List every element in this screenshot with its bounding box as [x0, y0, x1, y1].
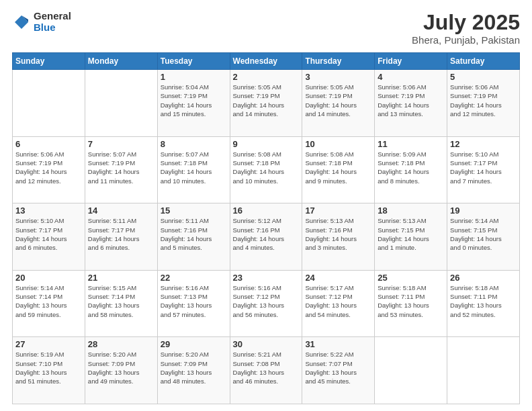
calendar-cell: 14Sunrise: 5:11 AM Sunset: 7:17 PM Dayli… [85, 203, 157, 271]
calendar-cell: 26Sunrise: 5:18 AM Sunset: 7:11 PM Dayli… [447, 270, 520, 337]
day-info: Sunrise: 5:18 AM Sunset: 7:11 PM Dayligh… [378, 283, 444, 319]
day-number: 12 [450, 139, 517, 149]
day-info: Sunrise: 5:08 AM Sunset: 7:18 PM Dayligh… [305, 150, 371, 185]
day-number: 17 [305, 205, 371, 216]
day-number: 4 [378, 72, 444, 82]
title-block: July 2025 Bhera, Punjab, Pakistan [412, 11, 520, 46]
day-number: 26 [450, 273, 517, 283]
calendar-cell: 17Sunrise: 5:13 AM Sunset: 7:16 PM Dayli… [302, 203, 375, 271]
day-info: Sunrise: 5:07 AM Sunset: 7:19 PM Dayligh… [88, 150, 154, 185]
calendar-cell: 25Sunrise: 5:18 AM Sunset: 7:11 PM Dayli… [375, 270, 447, 337]
day-number: 11 [378, 139, 444, 149]
day-number: 16 [233, 205, 300, 216]
day-number: 6 [15, 139, 82, 149]
day-info: Sunrise: 5:18 AM Sunset: 7:11 PM Dayligh… [450, 283, 517, 319]
header-thursday: Thursday [302, 53, 375, 70]
header-sunday: Sunday [13, 53, 85, 70]
calendar-cell: 4Sunrise: 5:06 AM Sunset: 7:19 PM Daylig… [375, 70, 447, 137]
day-number: 14 [88, 205, 154, 216]
day-info: Sunrise: 5:05 AM Sunset: 7:19 PM Dayligh… [233, 83, 300, 118]
day-number: 27 [15, 339, 82, 349]
day-number: 9 [233, 139, 300, 149]
calendar-cell: 18Sunrise: 5:13 AM Sunset: 7:15 PM Dayli… [375, 203, 447, 271]
calendar-cell [375, 337, 447, 404]
header-saturday: Saturday [447, 53, 520, 70]
day-number: 5 [450, 72, 517, 82]
calendar-cell [447, 337, 520, 404]
day-info: Sunrise: 5:08 AM Sunset: 7:18 PM Dayligh… [233, 150, 300, 185]
day-info: Sunrise: 5:13 AM Sunset: 7:15 PM Dayligh… [378, 216, 444, 252]
calendar-cell: 1Sunrise: 5:04 AM Sunset: 7:19 PM Daylig… [157, 70, 230, 137]
day-info: Sunrise: 5:19 AM Sunset: 7:10 PM Dayligh… [15, 350, 82, 385]
day-info: Sunrise: 5:05 AM Sunset: 7:19 PM Dayligh… [305, 83, 371, 118]
day-number: 10 [305, 139, 371, 149]
day-info: Sunrise: 5:12 AM Sunset: 7:16 PM Dayligh… [233, 216, 300, 252]
day-number: 7 [88, 139, 154, 149]
calendar-week-1: 1Sunrise: 5:04 AM Sunset: 7:19 PM Daylig… [13, 70, 520, 137]
calendar-cell: 3Sunrise: 5:05 AM Sunset: 7:19 PM Daylig… [302, 70, 375, 137]
calendar-cell: 7Sunrise: 5:07 AM Sunset: 7:19 PM Daylig… [85, 136, 157, 203]
calendar-cell: 11Sunrise: 5:09 AM Sunset: 7:18 PM Dayli… [375, 136, 447, 203]
calendar-cell: 6Sunrise: 5:06 AM Sunset: 7:19 PM Daylig… [13, 136, 85, 203]
day-number: 25 [378, 273, 444, 283]
calendar-week-5: 27Sunrise: 5:19 AM Sunset: 7:10 PM Dayli… [13, 337, 520, 404]
day-number: 31 [305, 339, 371, 349]
day-number: 1 [161, 72, 227, 82]
header-monday: Monday [85, 53, 157, 70]
calendar-cell [85, 70, 157, 137]
day-number: 24 [305, 273, 371, 283]
day-info: Sunrise: 5:06 AM Sunset: 7:19 PM Dayligh… [450, 83, 517, 118]
day-number: 30 [233, 339, 300, 349]
day-info: Sunrise: 5:16 AM Sunset: 7:12 PM Dayligh… [233, 283, 300, 319]
day-number: 19 [450, 205, 517, 216]
header-friday: Friday [375, 53, 447, 70]
day-info: Sunrise: 5:07 AM Sunset: 7:18 PM Dayligh… [161, 150, 227, 185]
calendar-cell: 16Sunrise: 5:12 AM Sunset: 7:16 PM Dayli… [230, 203, 302, 271]
day-info: Sunrise: 5:15 AM Sunset: 7:14 PM Dayligh… [88, 283, 154, 319]
calendar-cell: 28Sunrise: 5:20 AM Sunset: 7:09 PM Dayli… [85, 337, 157, 404]
calendar-cell: 10Sunrise: 5:08 AM Sunset: 7:18 PM Dayli… [302, 136, 375, 203]
day-info: Sunrise: 5:21 AM Sunset: 7:08 PM Dayligh… [233, 350, 300, 385]
calendar-cell: 20Sunrise: 5:14 AM Sunset: 7:14 PM Dayli… [13, 270, 85, 337]
calendar-table: Sunday Monday Tuesday Wednesday Thursday… [12, 52, 520, 404]
calendar-cell: 13Sunrise: 5:10 AM Sunset: 7:17 PM Dayli… [13, 203, 85, 271]
calendar-cell [13, 70, 85, 137]
header: General Blue July 2025 Bhera, Punjab, Pa… [12, 11, 520, 46]
logo-general-text: General [34, 11, 71, 22]
day-info: Sunrise: 5:10 AM Sunset: 7:17 PM Dayligh… [15, 216, 82, 252]
calendar-cell: 27Sunrise: 5:19 AM Sunset: 7:10 PM Dayli… [13, 337, 85, 404]
calendar-cell: 31Sunrise: 5:22 AM Sunset: 7:07 PM Dayli… [302, 337, 375, 404]
day-number: 20 [15, 273, 82, 283]
day-info: Sunrise: 5:09 AM Sunset: 7:18 PM Dayligh… [378, 150, 444, 185]
day-number: 3 [305, 72, 371, 82]
day-number: 8 [161, 139, 227, 149]
day-number: 28 [88, 339, 154, 349]
calendar-cell: 12Sunrise: 5:10 AM Sunset: 7:17 PM Dayli… [447, 136, 520, 203]
day-info: Sunrise: 5:14 AM Sunset: 7:14 PM Dayligh… [15, 283, 82, 319]
day-number: 29 [161, 339, 227, 349]
calendar-cell: 30Sunrise: 5:21 AM Sunset: 7:08 PM Dayli… [230, 337, 302, 404]
day-number: 13 [15, 205, 82, 216]
day-info: Sunrise: 5:04 AM Sunset: 7:19 PM Dayligh… [161, 83, 227, 118]
calendar-cell: 22Sunrise: 5:16 AM Sunset: 7:13 PM Dayli… [157, 270, 230, 337]
day-info: Sunrise: 5:06 AM Sunset: 7:19 PM Dayligh… [15, 150, 82, 185]
calendar-cell: 29Sunrise: 5:20 AM Sunset: 7:09 PM Dayli… [157, 337, 230, 404]
day-number: 2 [233, 72, 300, 82]
calendar-week-3: 13Sunrise: 5:10 AM Sunset: 7:17 PM Dayli… [13, 203, 520, 271]
calendar-cell: 5Sunrise: 5:06 AM Sunset: 7:19 PM Daylig… [447, 70, 520, 137]
calendar-subtitle: Bhera, Punjab, Pakistan [412, 34, 520, 46]
calendar-cell: 23Sunrise: 5:16 AM Sunset: 7:12 PM Dayli… [230, 270, 302, 337]
day-number: 22 [161, 273, 227, 283]
header-wednesday: Wednesday [230, 53, 302, 70]
calendar-title: July 2025 [412, 11, 520, 34]
calendar-cell: 2Sunrise: 5:05 AM Sunset: 7:19 PM Daylig… [230, 70, 302, 137]
day-number: 18 [378, 205, 444, 216]
calendar-cell: 8Sunrise: 5:07 AM Sunset: 7:18 PM Daylig… [157, 136, 230, 203]
logo-icon [12, 13, 31, 32]
day-info: Sunrise: 5:20 AM Sunset: 7:09 PM Dayligh… [161, 350, 227, 385]
calendar-cell: 24Sunrise: 5:17 AM Sunset: 7:12 PM Dayli… [302, 270, 375, 337]
calendar-cell: 21Sunrise: 5:15 AM Sunset: 7:14 PM Dayli… [85, 270, 157, 337]
day-info: Sunrise: 5:16 AM Sunset: 7:13 PM Dayligh… [161, 283, 227, 319]
calendar-header-row: Sunday Monday Tuesday Wednesday Thursday… [13, 53, 520, 70]
calendar-cell: 15Sunrise: 5:11 AM Sunset: 7:16 PM Dayli… [157, 203, 230, 271]
